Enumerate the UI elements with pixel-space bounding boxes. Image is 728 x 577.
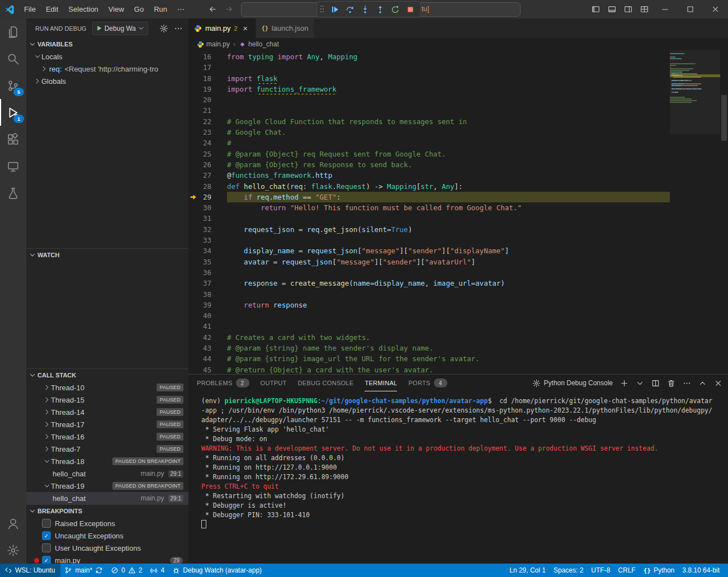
menu-go[interactable]: Go xyxy=(129,0,149,18)
line-number[interactable]: 40 xyxy=(188,310,211,321)
callstack-frame[interactable]: hello_chatmain.py29:1 xyxy=(26,467,188,480)
line-number[interactable]: 25 xyxy=(188,149,211,159)
activity-item-search[interactable] xyxy=(0,45,26,72)
step-into-button[interactable] xyxy=(358,3,372,16)
chevron-right[interactable] xyxy=(43,433,51,441)
code-line-21[interactable]: 21 xyxy=(188,105,670,116)
panel-tab-terminal[interactable]: TERMINAL xyxy=(365,375,397,391)
gutter-line-24[interactable]: 24 xyxy=(188,138,227,148)
code-editor[interactable]: 16from typing import Any, Mapping1718imp… xyxy=(188,50,728,374)
code-line-41[interactable]: 41 xyxy=(188,321,670,332)
code-line-43[interactable]: 43# @param {string} name the sender's di… xyxy=(188,343,670,353)
code-line-34[interactable]: 34 display_name = request_json["message"… xyxy=(188,245,670,256)
code-text[interactable]: # @return {Object} a card with the user'… xyxy=(227,365,670,374)
panel-tab-debug-console[interactable]: DEBUG CONSOLE xyxy=(298,375,354,391)
callstack-thread[interactable]: Thread-18PAUSED ON BREAKPOINT xyxy=(26,455,188,467)
toggle-secondary-sidebar-icon[interactable] xyxy=(620,0,636,18)
tab-main-py[interactable]: main.py2× xyxy=(188,18,256,38)
gutter-line-21[interactable]: 21 xyxy=(188,105,227,116)
language-mode[interactable]: {} Python xyxy=(640,564,679,577)
chevron-right[interactable] xyxy=(43,408,51,416)
breakpoint-row[interactable]: User Uncaught Exceptions xyxy=(26,542,188,554)
more-actions-icon[interactable] xyxy=(174,24,183,33)
breakpoint-checkbox[interactable]: ✓ xyxy=(42,531,51,540)
line-number[interactable]: 44 xyxy=(188,353,211,364)
line-number[interactable]: 33 xyxy=(188,235,211,245)
line-number[interactable]: 37 xyxy=(188,278,211,288)
split-terminal-icon[interactable] xyxy=(651,379,660,387)
minimize-button[interactable] xyxy=(653,0,678,18)
chevron-right[interactable] xyxy=(40,65,48,73)
breakpoint-checkbox[interactable] xyxy=(42,543,51,552)
code-line-38[interactable]: 38 xyxy=(188,289,670,300)
callstack-thread[interactable]: Thread-15PAUSED xyxy=(26,394,188,406)
close-window-button[interactable] xyxy=(703,0,728,18)
line-number[interactable]: 16 xyxy=(188,51,211,62)
code-text[interactable] xyxy=(227,310,670,321)
code-text[interactable]: response = create_message(name=display_n… xyxy=(227,278,670,288)
line-number[interactable]: 39 xyxy=(188,300,211,310)
breadcrumb-item[interactable]: main.py xyxy=(197,40,230,48)
line-number[interactable]: 45 xyxy=(188,365,211,374)
problems-indicator[interactable]: 0 2 xyxy=(107,564,146,577)
code-text[interactable] xyxy=(227,213,670,224)
code-view[interactable]: 16from typing import Any, Mapping1718imp… xyxy=(188,50,670,374)
continue-button[interactable] xyxy=(328,3,342,16)
code-text[interactable]: return response xyxy=(227,300,670,310)
restart-button[interactable] xyxy=(388,3,402,16)
encoding-indicator[interactable]: UTF-8 xyxy=(587,564,614,577)
code-text[interactable]: return "Hello! This function must be cal… xyxy=(227,202,670,213)
gutter-line-43[interactable]: 43 xyxy=(188,343,227,353)
breakpoint-checkbox[interactable]: ✓ xyxy=(42,556,51,564)
indentation-indicator[interactable]: Spaces: 2 xyxy=(550,564,587,577)
gutter-line-22[interactable]: 22 xyxy=(188,116,227,127)
menu-selection[interactable]: Selection xyxy=(63,0,103,18)
gutter-line-30[interactable]: 30 xyxy=(188,202,227,213)
gutter-line-45[interactable]: 45 xyxy=(188,365,227,374)
line-number[interactable]: 42 xyxy=(188,332,211,343)
code-line-28[interactable]: 28def hello_chat(req: flask.Request) -> … xyxy=(188,181,670,192)
menu-more[interactable]: ⋯ xyxy=(172,0,190,18)
callstack-thread[interactable]: Thread-16PAUSED xyxy=(26,431,188,443)
callstack-thread[interactable]: Thread-7PAUSED xyxy=(26,443,188,455)
customize-layout-icon[interactable] xyxy=(636,0,653,18)
gutter-line-17[interactable]: 17 xyxy=(188,62,227,73)
gutter-line-33[interactable]: 33 xyxy=(188,235,227,245)
code-line-27[interactable]: 27@functions_framework.http xyxy=(188,170,670,181)
code-line-42[interactable]: 42# Creates a card with two widgets. xyxy=(188,332,670,343)
code-line-22[interactable]: 22# Google Cloud Function that responds … xyxy=(188,116,670,127)
chevron-right[interactable] xyxy=(43,420,51,428)
code-text[interactable]: request_json = req.get_json(silent=True) xyxy=(227,224,670,235)
code-text[interactable]: display_name = request_json["message"]["… xyxy=(227,245,670,256)
panel-tab-ports[interactable]: PORTS4 xyxy=(408,375,447,391)
code-text[interactable] xyxy=(227,62,670,73)
chevron-right[interactable] xyxy=(43,445,51,453)
gutter-line-25[interactable]: 25 xyxy=(188,149,227,159)
code-line-23[interactable]: 23# Google Chat. xyxy=(188,127,670,138)
cursor-position[interactable]: Ln 29, Col 1 xyxy=(505,564,550,577)
chevron-down[interactable] xyxy=(43,457,51,465)
activity-item-settings[interactable] xyxy=(0,537,26,564)
toggle-panel-icon[interactable] xyxy=(604,0,620,18)
step-over-button[interactable] xyxy=(343,3,357,16)
code-text[interactable] xyxy=(227,235,670,245)
forward-icon[interactable] xyxy=(225,5,233,13)
breakpoint-row[interactable]: ✓Uncaught Exceptions xyxy=(26,529,188,542)
code-line-31[interactable]: 31 xyxy=(188,213,670,224)
menu-view[interactable]: View xyxy=(103,0,129,18)
activity-item-source-control[interactable]: 5 xyxy=(0,72,26,99)
code-text[interactable]: avatar = request_json["message"]["sender… xyxy=(227,257,670,267)
gutter-line-26[interactable]: 26 xyxy=(188,159,227,170)
callstack-thread[interactable]: Thread-14PAUSED xyxy=(26,406,188,418)
code-line-17[interactable]: 17 xyxy=(188,62,670,73)
activity-item-extensions[interactable] xyxy=(0,126,26,153)
code-line-36[interactable]: 36 xyxy=(188,267,670,278)
panel-more-icon[interactable] xyxy=(683,379,691,387)
debug-settings-icon[interactable] xyxy=(159,24,168,33)
debug-session-indicator[interactable]: Debug Watch (avatar-app) xyxy=(168,564,266,577)
gutter-line-19[interactable]: 19 xyxy=(188,84,227,94)
remote-indicator[interactable]: WSL: Ubuntu xyxy=(0,564,60,577)
code-line-32[interactable]: 32 request_json = req.get_json(silent=Tr… xyxy=(188,224,670,235)
gutter-line-40[interactable]: 40 xyxy=(188,310,227,321)
close-panel-icon[interactable] xyxy=(714,379,722,387)
